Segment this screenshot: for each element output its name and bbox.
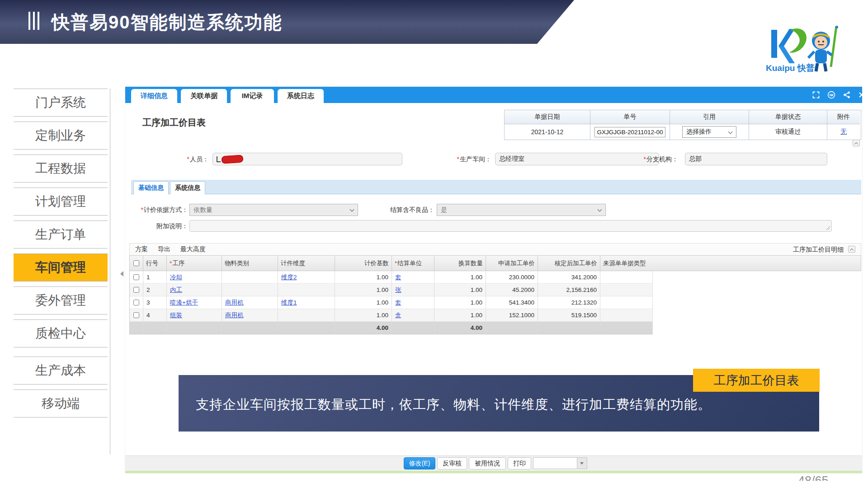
process-link[interactable]: 喷漆+烘干 xyxy=(170,299,198,307)
include-defective-select[interactable]: 是 xyxy=(437,204,606,216)
toolbar-plan-button[interactable]: 方案 xyxy=(135,245,148,253)
print-button[interactable]: 打印 xyxy=(508,457,531,469)
table-row: 3 喷漆+烘干 商用机 维度1 1.00 套 1.00 541.3400 212… xyxy=(130,296,653,309)
sidebar-item-portal[interactable]: 门户系统 xyxy=(14,89,108,117)
modify-button[interactable]: 修改(E) xyxy=(404,457,435,469)
resize-handle-icon[interactable] xyxy=(826,226,830,230)
redaction-blob xyxy=(221,155,243,164)
toolbar-max-height-button[interactable]: 最大高度 xyxy=(180,245,206,253)
branch-label: *分支机构： xyxy=(628,155,678,164)
workshop-label: *生产车间： xyxy=(442,155,491,164)
cell-applied: 152.1000 xyxy=(486,309,538,322)
material-link[interactable]: 商用机 xyxy=(225,311,244,319)
dimension-link[interactable]: 维度2 xyxy=(281,273,297,282)
person-label: *人员： xyxy=(173,155,209,164)
col-label: 申请加工单价 xyxy=(498,259,535,267)
dimension-link[interactable]: 维度1 xyxy=(281,299,297,307)
share-icon[interactable] xyxy=(843,91,851,99)
branch-value: 总部 xyxy=(689,155,702,163)
sidebar-item-outsourcing[interactable]: 委外管理 xyxy=(14,286,108,314)
col-qty: 换算数量 xyxy=(434,256,486,271)
tab-detail-info[interactable]: 详细信息 xyxy=(131,89,177,103)
col-label: 核定后加工单价 xyxy=(555,259,598,267)
sidebar-item-planning[interactable]: 计划管理 xyxy=(14,188,108,216)
toolbar-export-button[interactable]: 导出 xyxy=(158,245,170,253)
page-number: 48/65 xyxy=(798,474,829,481)
cell-approved: 519.1500 xyxy=(538,309,600,322)
col-label: 计件维度 xyxy=(281,259,305,267)
subtab-system-info[interactable]: 系统信息 xyxy=(170,181,205,194)
unit-link[interactable]: 套 xyxy=(395,273,401,282)
doc-info-header-reference: 引用 xyxy=(670,110,749,124)
tab-im-record[interactable]: IM记录 xyxy=(231,89,274,103)
sidebar-item-engineering[interactable]: 工程数据 xyxy=(14,155,108,183)
select-all-checkbox[interactable] xyxy=(133,260,139,266)
im-icon[interactable]: IM xyxy=(827,91,835,99)
sidebar-item-cost[interactable]: 生产成本 xyxy=(14,357,108,385)
branch-input[interactable]: 总部 xyxy=(685,153,827,165)
person-input[interactable] xyxy=(212,153,402,165)
slide-title: 快普易90智能制造系统功能 xyxy=(52,10,283,35)
pricing-basis-label-text: 计价依据方式： xyxy=(144,206,188,213)
unit-link[interactable]: 套 xyxy=(395,299,401,307)
doc-info-header-date: 单据日期 xyxy=(505,110,590,124)
sidebar-item-quality[interactable]: 质检中心 xyxy=(14,319,108,347)
note-label: 附加说明： xyxy=(143,222,188,230)
close-icon[interactable] xyxy=(858,91,866,99)
chevron-down-icon xyxy=(598,207,602,212)
cell-source xyxy=(600,284,653,296)
row-checkbox[interactable] xyxy=(133,287,139,293)
detail-panel-title: 工序加工价目明细 xyxy=(793,246,844,254)
doc-date-text: 2021-10-12 xyxy=(531,128,564,136)
collapse-detail-button[interactable] xyxy=(848,246,855,253)
sidebar-item-workshop[interactable]: 车间管理 xyxy=(14,253,108,282)
cell-approved: 2,156.2160 xyxy=(538,284,600,296)
unapprove-button[interactable]: 反审核 xyxy=(437,457,467,469)
process-link[interactable]: 内工 xyxy=(170,286,182,294)
row-checkbox[interactable] xyxy=(133,300,139,305)
process-link[interactable]: 冷却 xyxy=(170,273,182,282)
col-source-type: 来源单单据类型 xyxy=(600,256,653,271)
cell-source xyxy=(600,296,653,309)
pricing-basis-select[interactable]: 依数量 xyxy=(189,204,358,216)
col-material: 物料类别 xyxy=(222,256,278,271)
sidebar-item-production-order[interactable]: 生产订单 xyxy=(14,221,108,249)
col-label: 物料类别 xyxy=(225,259,249,267)
subtab-basic-info[interactable]: 基础信息 xyxy=(133,181,169,194)
row-checkbox[interactable] xyxy=(133,274,139,280)
reference-select[interactable]: 选择操作 xyxy=(682,126,736,138)
usage-button[interactable]: 被用情况 xyxy=(469,457,506,469)
footer-action-select[interactable] xyxy=(533,457,587,469)
fullscreen-icon[interactable] xyxy=(812,91,820,99)
collapse-header-button[interactable] xyxy=(853,140,860,146)
row-checkbox[interactable] xyxy=(133,312,139,318)
required-star: * xyxy=(141,206,143,213)
sidebar-item-mobile[interactable]: 移动端 xyxy=(14,389,108,418)
redacted-text-fragment xyxy=(217,156,221,162)
required-star: * xyxy=(187,155,189,163)
cell-base: 1.00 xyxy=(335,284,392,296)
unit-link[interactable]: 张 xyxy=(395,286,401,294)
col-base: 计价基数 xyxy=(335,256,392,271)
unit-link[interactable]: 盒 xyxy=(395,311,401,319)
process-link[interactable]: 组装 xyxy=(170,311,182,319)
cell-source xyxy=(600,271,653,284)
table-row: 4 组装 商用机 1.00 盒 1.00 152.1000 519.1500 xyxy=(130,309,653,322)
sidebar-item-custom[interactable]: 定制业务 xyxy=(14,122,108,150)
tab-system-log[interactable]: 系统日志 xyxy=(278,89,324,103)
col-label: 来源单单据类型 xyxy=(603,259,646,267)
pricing-basis-value: 依数量 xyxy=(193,206,212,214)
attachment-link[interactable]: 无 xyxy=(840,128,847,136)
material-link[interactable]: 商用机 xyxy=(225,299,244,307)
tab-related-docs[interactable]: 关联单据 xyxy=(181,89,227,103)
reference-value: 选择操作 xyxy=(686,128,712,136)
col-label: 换算数量 xyxy=(458,259,483,267)
cell-source xyxy=(600,309,653,322)
attachment-cell: 无 xyxy=(827,124,860,140)
note-input[interactable] xyxy=(189,220,832,232)
required-star: * xyxy=(644,155,646,163)
feature-callout-text: 支持企业车间按报工数量或工时，依工序、物料、计件维度、进行加工费结算的功能。 xyxy=(196,396,711,414)
col-label: 计价基数 xyxy=(364,259,389,267)
col-label: 结算单位 xyxy=(397,259,422,267)
panel-splitter-handle[interactable] xyxy=(120,271,123,277)
